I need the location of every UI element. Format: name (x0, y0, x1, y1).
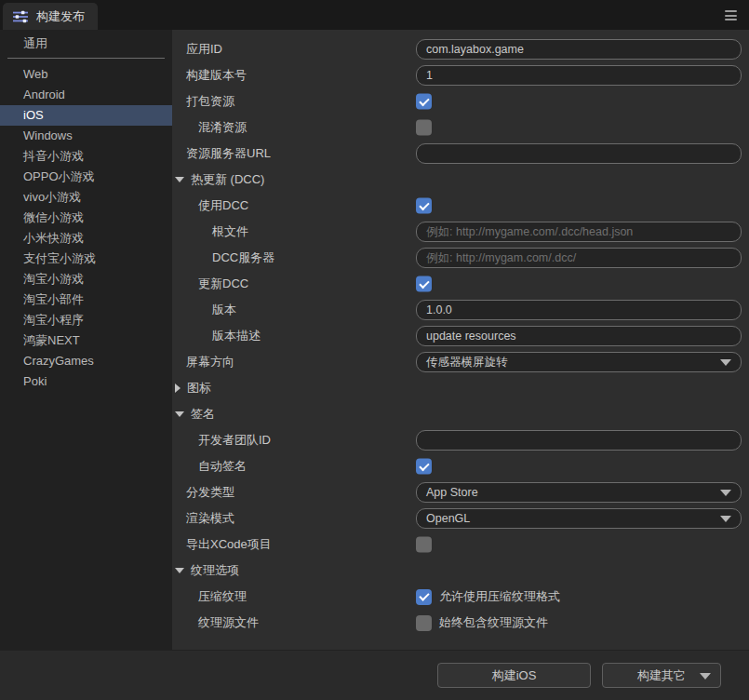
texture-source-checkbox[interactable] (416, 615, 432, 631)
compress-texture-inline-label: 允许使用压缩纹理格式 (439, 588, 560, 605)
sidebar-item-web[interactable]: Web (0, 64, 172, 85)
distribution-type-select[interactable]: App Store (416, 482, 742, 503)
obfuscate-resources-label: 混淆资源 (198, 119, 247, 136)
app-id-control (416, 39, 742, 60)
sidebar-item-oppo-minigame[interactable]: OPPO小游戏 (0, 167, 172, 187)
sidebar-item-harmony-next[interactable]: 鸿蒙NEXT (0, 330, 172, 351)
screen-orientation-select[interactable]: 传感器横屏旋转 (416, 352, 742, 372)
obfuscate-resources-row: 混淆资源 (172, 114, 749, 141)
dev-team-id-row: 开发者团队ID (172, 427, 749, 453)
resource-server-url-control (416, 143, 742, 164)
auto-signing-row: 自动签名 (172, 453, 749, 479)
chevron-down-icon[interactable] (175, 177, 184, 182)
sidebar-item-crazygames[interactable]: CrazyGames (0, 351, 172, 371)
signing-row: 签名 (172, 401, 749, 427)
tab-label: 构建发布 (36, 8, 85, 25)
compress-texture-checkbox[interactable] (416, 589, 432, 605)
root-file-row: 根文件 (172, 219, 749, 245)
render-mode-select[interactable]: OpenGL (416, 508, 742, 529)
texture-options-row: 纹理选项 (172, 558, 749, 584)
build-other-label: 构建其它 (637, 667, 686, 684)
icons-header-label[interactable]: 图标 (187, 380, 211, 397)
version-input[interactable] (416, 300, 742, 320)
sidebar-item-ios[interactable]: iOS (0, 105, 172, 126)
update-dcc-checkbox[interactable] (416, 276, 432, 292)
chevron-down-icon[interactable] (175, 568, 184, 573)
sidebar-item-xiaomi-quickgame[interactable]: 小米快游戏 (0, 228, 172, 249)
sidebar-item-windows[interactable]: Windows (0, 126, 172, 146)
texture-source-label: 纹理源文件 (198, 614, 259, 631)
auto-signing-label: 自动签名 (198, 458, 247, 475)
build-version-control (416, 65, 742, 86)
pack-resources-checkbox[interactable] (416, 94, 432, 110)
compress-texture-label: 压缩纹理 (198, 588, 247, 605)
sidebar-item-general[interactable]: 通用 (0, 34, 172, 54)
screen-orientation-control: 传感器横屏旋转 (416, 352, 742, 372)
export-xcode-control (416, 537, 432, 553)
platform-sidebar: 通用WebAndroidiOSWindows抖音小游戏OPPO小游戏vivo小游… (0, 30, 172, 650)
distribution-type-row: 分发类型App Store (172, 479, 749, 505)
pack-resources-label: 打包资源 (186, 93, 234, 110)
resource-server-url-input[interactable] (416, 143, 742, 164)
hamburger-menu-icon[interactable] (725, 10, 737, 20)
dcc-server-row: DCC服务器 (172, 245, 749, 271)
render-mode-control: OpenGL (416, 508, 742, 529)
sidebar-item-vivo-minigame[interactable]: vivo小游戏 (0, 187, 172, 208)
version-row: 版本 (172, 297, 749, 323)
version-label: 版本 (212, 302, 236, 318)
dev-team-id-input[interactable] (416, 430, 742, 451)
dcc-server-input[interactable] (416, 248, 742, 268)
update-dcc-row: 更新DCC (172, 271, 749, 297)
main-area: 通用WebAndroidiOSWindows抖音小游戏OPPO小游戏vivo小游… (0, 30, 749, 650)
version-control (416, 300, 742, 320)
sidebar-divider (7, 58, 165, 59)
version-desc-input[interactable] (416, 326, 742, 346)
build-version-input[interactable] (416, 65, 742, 86)
compress-texture-control: 允许使用压缩纹理格式 (416, 588, 560, 605)
signing-header-label[interactable]: 签名 (191, 406, 215, 423)
texture-options-header-label[interactable]: 纹理选项 (191, 562, 239, 579)
sidebar-item-android[interactable]: Android (0, 85, 172, 105)
app-id-label: 应用ID (186, 41, 222, 58)
chevron-down-icon[interactable] (175, 411, 184, 417)
pack-resources-control (416, 94, 432, 110)
sidebar-item-taobao-miniprogram[interactable]: 淘宝小程序 (0, 310, 172, 330)
render-mode-row: 渲染模式OpenGL (172, 505, 749, 532)
app-id-input[interactable] (416, 39, 742, 60)
update-dcc-label: 更新DCC (198, 276, 248, 292)
export-xcode-label: 导出XCode项目 (186, 536, 272, 553)
render-mode-select-value: OpenGL (426, 512, 720, 525)
sidebar-item-douyin-minigame[interactable]: 抖音小游戏 (0, 146, 172, 167)
auto-signing-checkbox[interactable] (416, 459, 432, 475)
version-desc-row: 版本描述 (172, 323, 749, 349)
render-mode-label: 渲染模式 (186, 510, 234, 527)
build-ios-button[interactable]: 构建iOS (437, 663, 591, 688)
screen-orientation-row: 屏幕方向传感器横屏旋转 (172, 349, 749, 375)
obfuscate-resources-checkbox[interactable] (416, 120, 432, 136)
sidebar-item-alipay-minigame[interactable]: 支付宝小游戏 (0, 249, 172, 269)
hot-update-dcc-header-label[interactable]: 热更新 (DCC) (191, 171, 264, 188)
sidebar-item-taobao-minigame[interactable]: 淘宝小游戏 (0, 269, 172, 289)
compress-texture-row: 压缩纹理允许使用压缩纹理格式 (172, 584, 749, 610)
root-file-input[interactable] (416, 222, 742, 242)
update-dcc-control (416, 276, 432, 292)
export-xcode-checkbox[interactable] (416, 537, 432, 553)
dropdown-arrow-icon (720, 359, 731, 366)
texture-source-inline-label: 始终包含纹理源文件 (439, 614, 548, 631)
dev-team-id-label: 开发者团队ID (198, 432, 271, 449)
chevron-right-icon[interactable] (175, 384, 181, 393)
version-desc-control (416, 326, 742, 346)
build-settings-form: 应用ID构建版本号打包资源混淆资源资源服务器URL热更新 (DCC)使用DCC根… (172, 30, 749, 650)
sidebar-item-taobao-widget[interactable]: 淘宝小部件 (0, 289, 172, 310)
distribution-type-label: 分发类型 (186, 484, 234, 501)
chevron-down-icon (700, 673, 711, 680)
distribution-type-select-value: App Store (426, 486, 720, 499)
tab-build-publish[interactable]: 构建发布 (3, 3, 98, 30)
sidebar-item-poki[interactable]: Poki (0, 371, 172, 392)
build-other-button[interactable]: 构建其它 (602, 663, 721, 688)
sidebar-item-wechat-minigame[interactable]: 微信小游戏 (0, 208, 172, 228)
texture-source-row: 纹理源文件始终包含纹理源文件 (172, 610, 749, 636)
dropdown-arrow-icon (720, 516, 731, 522)
root-file-control (416, 222, 742, 242)
use-dcc-checkbox[interactable] (416, 198, 432, 214)
